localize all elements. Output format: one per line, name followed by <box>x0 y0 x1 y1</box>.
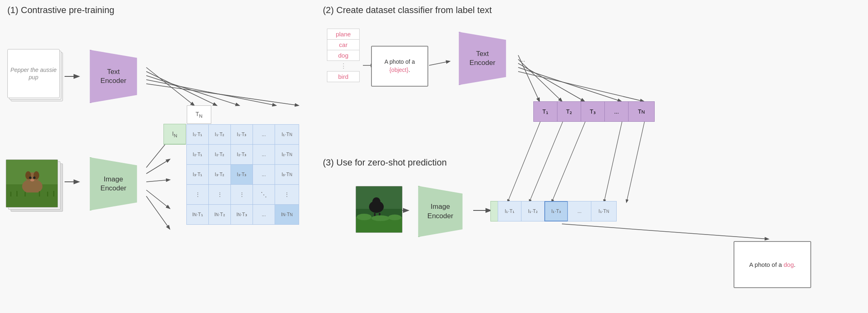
i1t3-cell-highlight: I₁·T₃ <box>544 201 568 221</box>
svg-line-1 <box>146 67 194 105</box>
i1-dots-cell: ... <box>568 201 591 221</box>
image-encoder-2-label: Image Encoder <box>427 202 453 220</box>
result-box: A photo of a dog. <box>734 241 811 288</box>
svg-line-11 <box>146 196 170 229</box>
t2-label-2: T₂ <box>557 102 581 121</box>
main-grid: I₁·T₁ I₁·T₂ I₁·T₃ ... I₁·TN I₂·T₁ I₂·T₂ … <box>186 124 299 225</box>
photo-template-box: A photo of a {object}. <box>371 46 428 87</box>
t-labels-row-2: T₁ T₂ T₃ ... TN <box>533 101 655 122</box>
text-encoder-2-label: Text Encoder <box>470 49 495 67</box>
svg-line-2 <box>146 72 217 105</box>
i1t2-cell: I₁·T₂ <box>521 201 545 221</box>
svg-line-10 <box>146 190 170 208</box>
svg-point-33 <box>29 177 31 179</box>
svg-line-9 <box>146 180 170 182</box>
class-plane: plane <box>327 29 360 40</box>
svg-line-13 <box>429 61 450 65</box>
section2-dots: ... <box>519 55 525 64</box>
class-car: car <box>327 39 360 50</box>
svg-point-34 <box>33 177 36 179</box>
image-encoder-1: Image Encoder <box>80 157 147 210</box>
svg-point-52 <box>388 215 401 220</box>
svg-line-23 <box>552 122 585 202</box>
svg-line-22 <box>529 122 563 202</box>
svg-point-51 <box>371 215 389 221</box>
svg-line-17 <box>518 67 621 101</box>
tn-label-2: TN <box>629 102 654 121</box>
svg-line-18 <box>518 72 644 101</box>
svg-rect-42 <box>53 191 54 197</box>
svg-rect-39 <box>25 192 26 197</box>
t-dots-2: ... <box>605 102 629 121</box>
class-dog: dog <box>327 50 360 61</box>
svg-rect-40 <box>39 191 40 197</box>
text-cards-stack: Pepper the aussie pup <box>7 49 65 104</box>
dog-image-thumb <box>6 159 58 208</box>
text-encoder-2: Text Encoder <box>449 32 516 85</box>
result-row-s3: I₁·T₁ I₁·T₂ I₁·T₃ ... I₁·TN <box>498 201 617 221</box>
tn-label-1: TN <box>187 105 211 124</box>
class-vdots: ⋮ <box>327 60 360 71</box>
svg-line-5 <box>146 84 298 105</box>
svg-line-21 <box>508 122 540 202</box>
i1t1-cell: I₁·T₁ <box>498 201 521 221</box>
svg-line-15 <box>518 59 562 101</box>
in-label: IN <box>163 124 186 144</box>
dog-image-s3 <box>356 186 403 233</box>
svg-point-46 <box>372 197 380 206</box>
image-encoder-1-label: Image Encoder <box>101 175 126 193</box>
class-labels-list: plane car dog ⋮ bird <box>327 29 360 82</box>
image-encoder-2: Image Encoder <box>409 186 472 237</box>
svg-line-3 <box>146 76 239 105</box>
i1tn-cell: I₁·TN <box>591 201 617 221</box>
svg-point-50 <box>357 214 371 220</box>
svg-rect-38 <box>16 191 18 197</box>
class-bird: bird <box>327 71 360 82</box>
section3-title: (3) Use for zero-shot prediction <box>323 157 447 168</box>
svg-line-8 <box>146 159 170 174</box>
svg-rect-36 <box>6 192 58 208</box>
t1-label-2: T₁ <box>534 102 557 121</box>
svg-rect-41 <box>47 192 48 197</box>
svg-line-4 <box>146 80 276 105</box>
section2-title: (2) Create dataset classifier from label… <box>323 5 492 16</box>
svg-point-35 <box>30 179 34 181</box>
image-stack-1 <box>6 159 66 215</box>
section1-title: (1) Contrastive pre-training <box>7 5 114 16</box>
svg-rect-37 <box>10 192 11 197</box>
result-pink-word: dog <box>784 261 794 268</box>
svg-line-24 <box>604 122 622 202</box>
svg-line-25 <box>626 122 644 202</box>
svg-line-26 <box>562 224 768 239</box>
t3-label-2: T₃ <box>581 102 605 121</box>
diagram-container: (1) Contrastive pre-training (2) Create … <box>0 0 868 313</box>
text-encoder-1-label: Text Encoder <box>101 67 126 85</box>
text-encoder-1: Text Encoder <box>80 50 147 103</box>
svg-line-16 <box>518 63 584 101</box>
text-card-label: Pepper the aussie pup <box>10 66 57 81</box>
